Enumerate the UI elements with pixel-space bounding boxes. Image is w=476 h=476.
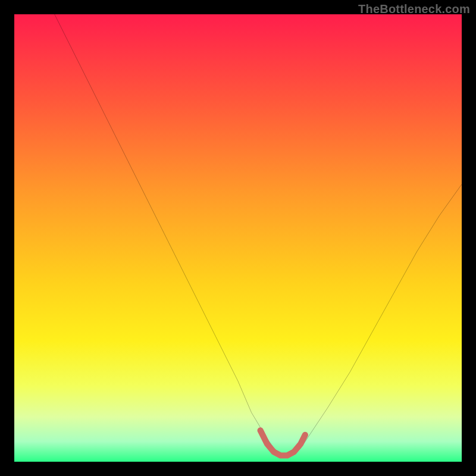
bottleneck-curve-chart xyxy=(14,14,462,462)
chart-frame: TheBottleneck.com xyxy=(0,0,476,476)
watermark-text: TheBottleneck.com xyxy=(358,2,470,16)
plot-background xyxy=(14,14,462,462)
